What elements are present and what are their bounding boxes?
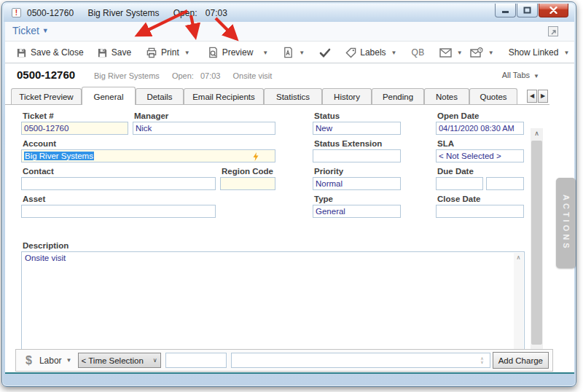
description-scrollbar[interactable]: ∧ ∨ [514, 253, 523, 357]
lightning-icon[interactable] [253, 152, 259, 162]
email-history-button[interactable]: ▼ [466, 45, 498, 60]
record-open-label: Open: [172, 71, 194, 80]
close-date-field[interactable] [436, 205, 524, 218]
account-label: Account [23, 139, 56, 148]
popout-icon[interactable] [548, 26, 558, 36]
tab-statistics[interactable]: Statistics [264, 88, 322, 104]
client-area: Ticket▼ Save & Close Save Print [5, 22, 574, 374]
scroll-up-icon[interactable]: ∧ [531, 128, 543, 140]
chevron-down-icon[interactable]: ▼ [457, 50, 463, 56]
ticket-menu[interactable]: Ticket▼ [12, 25, 49, 36]
save-button[interactable]: Save [93, 45, 135, 60]
labels-button[interactable]: Labels ▼ [342, 45, 400, 60]
tab-history[interactable]: History [322, 88, 372, 104]
chevron-down-icon: ▼ [42, 27, 49, 34]
tab-notes[interactable]: Notes [424, 88, 469, 104]
print-button[interactable]: Print ▼ [142, 45, 194, 60]
description-text: Onsite visit [25, 254, 66, 262]
printer-icon [146, 47, 157, 58]
charge-description-input[interactable] [231, 353, 491, 368]
feed-button[interactable]: ▼ [580, 45, 583, 60]
tag-icon [345, 47, 356, 58]
chevron-down-icon[interactable]: ▼ [488, 50, 494, 56]
all-tabs-dropdown[interactable]: All Tabs ▼ [502, 71, 539, 79]
chevron-down-icon[interactable]: ▼ [391, 50, 397, 56]
due-date-field[interactable] [436, 177, 483, 190]
chevron-down-icon[interactable]: ▼ [563, 50, 569, 56]
chevron-down-icon[interactable]: ▼ [66, 357, 72, 364]
tab-strip: Ticket Preview General Details Email Rec… [5, 87, 574, 105]
chevron-down-icon[interactable]: ▼ [299, 50, 305, 56]
preview-button[interactable]: Preview ▼ [204, 44, 273, 60]
close-button[interactable] [539, 4, 568, 17]
open-date-label: Open Date [437, 111, 480, 120]
tab-email-recipients[interactable]: Email Recipients [184, 88, 264, 104]
complete-button[interactable] [316, 46, 334, 60]
tab-quotes[interactable]: Quotes [469, 88, 517, 104]
record-subject: Onsite visit [233, 71, 273, 80]
record-account: Big River Systems [94, 71, 160, 80]
envelope-icon [439, 48, 452, 58]
title-account: Big River Systems [87, 8, 159, 18]
open-date-field[interactable]: 04/11/2020 08:30 AM [436, 122, 524, 135]
maximize-button[interactable] [517, 4, 538, 17]
tab-scroll-right[interactable]: ▶ [538, 90, 548, 103]
title-ticket-id: 0500-12760 [27, 8, 74, 18]
screenshot: ! 0500-12760 Big River Systems Open: 07:… [0, 0, 583, 392]
status-extension-field[interactable] [313, 149, 401, 162]
sla-field[interactable]: < Not Selected > [436, 149, 524, 162]
asset-field[interactable] [21, 205, 216, 218]
manager-label: Manager [134, 111, 168, 120]
title-bar[interactable]: ! 0500-12760 Big River Systems Open: 07:… [4, 4, 574, 22]
scrollbar-thumb[interactable] [531, 141, 542, 345]
save-close-button[interactable]: Save & Close [12, 45, 87, 60]
form-scrollbar[interactable]: ∧ ∨ [531, 128, 543, 361]
tab-scroll-left[interactable]: ◀ [527, 90, 537, 103]
quickbooks-button[interactable]: QB [408, 45, 429, 60]
show-linked-button[interactable]: Show Linked ▼ [505, 45, 574, 60]
pdf-button[interactable]: ▼ [279, 44, 308, 60]
account-field[interactable]: Big River Systems [21, 149, 275, 162]
tab-details[interactable]: Details [136, 88, 184, 104]
dollar-icon: $ [26, 354, 32, 367]
priority-field[interactable]: Normal [313, 177, 401, 190]
record-header: 0500-12760 Big River Systems Open: 07:03… [5, 64, 574, 87]
scroll-up-icon[interactable]: ∧ [514, 253, 523, 262]
type-field[interactable]: General [313, 205, 401, 218]
charge-category[interactable]: Labor [39, 356, 62, 366]
contact-field[interactable] [21, 177, 216, 190]
tab-ticket-preview[interactable]: Ticket Preview [11, 88, 82, 104]
record-open-time: 07:03 [200, 71, 221, 80]
due-time-field[interactable] [486, 177, 524, 190]
tab-general[interactable]: General [82, 87, 136, 105]
add-charge-button[interactable]: Add Charge [493, 352, 549, 369]
qb-label: QB [412, 47, 425, 58]
time-selection-value: < Time Selection [82, 356, 153, 365]
show-linked-label: Show Linked [509, 47, 559, 58]
add-charge-label: Add Charge [498, 356, 543, 365]
chevron-down-icon: ▼ [533, 73, 539, 79]
record-meta: Big River Systems Open: 07:03 Onsite vis… [94, 71, 282, 80]
email-button[interactable]: ▼ [436, 46, 466, 60]
status-extension-label: Status Extension [314, 139, 382, 148]
floppy-icon [97, 47, 108, 58]
status-field[interactable]: New [313, 122, 401, 135]
spinner-control[interactable]: ∧∨ [480, 357, 483, 364]
pdf-icon [283, 47, 294, 58]
sla-label: SLA [437, 139, 454, 148]
tab-pending[interactable]: Pending [372, 88, 424, 104]
region-code-label: Region Code [222, 167, 273, 176]
print-label: Print [161, 47, 179, 58]
save-close-label: Save & Close [31, 47, 84, 58]
chevron-down-icon[interactable]: ▼ [184, 50, 190, 56]
time-selection-dropdown[interactable]: < Time Selection ∨ [78, 353, 161, 368]
region-code-field[interactable] [220, 177, 275, 190]
actions-side-tab[interactable]: ACTIONS [556, 178, 576, 268]
chevron-down-icon[interactable]: ▼ [262, 50, 268, 56]
ticket-number-field[interactable]: 0500-12760 [21, 122, 128, 135]
description-label: Description [23, 241, 69, 250]
manager-field[interactable]: Nick [133, 122, 275, 135]
minimize-button[interactable] [495, 4, 516, 17]
description-field[interactable]: Onsite visit ∧ ∨ [21, 251, 525, 358]
charge-hours-input[interactable] [165, 353, 227, 368]
